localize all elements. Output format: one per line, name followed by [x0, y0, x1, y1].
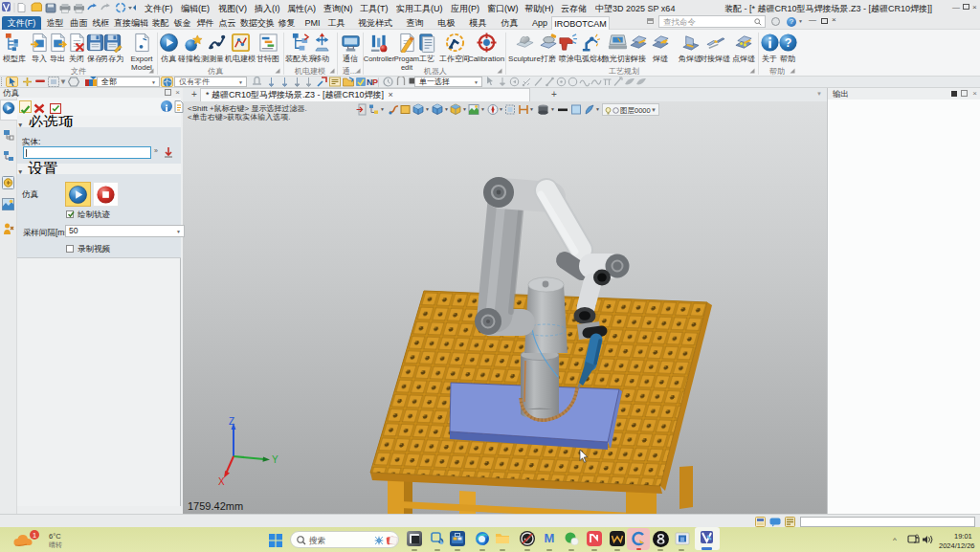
svg-text:?: ?	[784, 36, 791, 50]
svg-text:Y: Y	[272, 454, 278, 465]
svg-text:Z: Z	[229, 416, 234, 427]
svg-text:1: 1	[33, 531, 36, 540]
svg-text:X: X	[218, 476, 225, 487]
